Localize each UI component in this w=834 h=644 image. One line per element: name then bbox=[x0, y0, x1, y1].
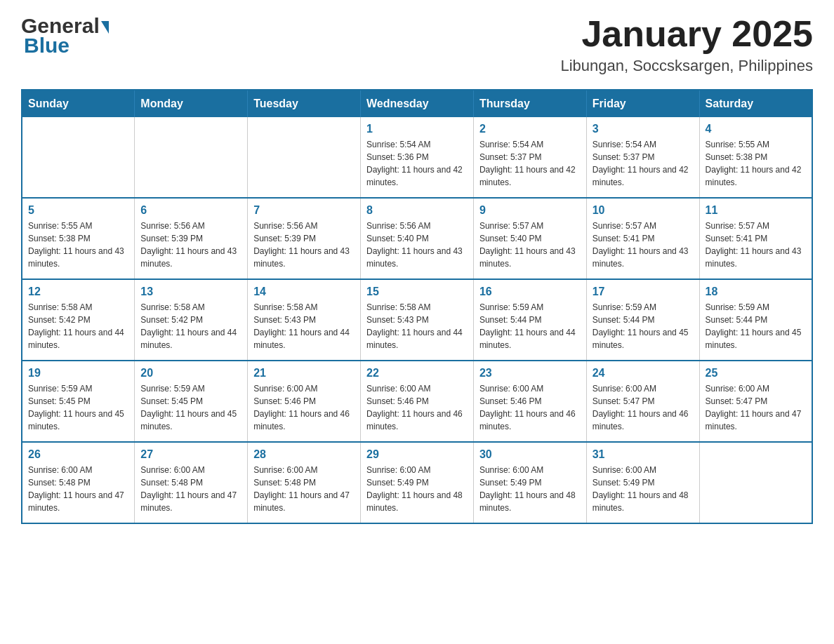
day-info: Sunrise: 5:57 AM Sunset: 5:40 PM Dayligh… bbox=[479, 220, 581, 270]
calendar-cell: 4Sunrise: 5:55 AM Sunset: 5:38 PM Daylig… bbox=[699, 117, 812, 198]
day-number: 5 bbox=[28, 204, 128, 217]
weekday-header-monday: Monday bbox=[135, 90, 248, 117]
title-section: January 2025 Libungan, Soccsksargen, Phi… bbox=[560, 14, 813, 75]
calendar-week-row: 5Sunrise: 5:55 AM Sunset: 5:38 PM Daylig… bbox=[22, 198, 812, 279]
calendar-cell: 17Sunrise: 5:59 AM Sunset: 5:44 PM Dayli… bbox=[586, 279, 699, 361]
calendar-cell bbox=[22, 117, 135, 198]
day-info: Sunrise: 5:58 AM Sunset: 5:42 PM Dayligh… bbox=[28, 301, 128, 351]
day-info: Sunrise: 6:00 AM Sunset: 5:47 PM Dayligh… bbox=[593, 382, 694, 433]
day-number: 22 bbox=[366, 367, 468, 380]
calendar-cell: 21Sunrise: 6:00 AM Sunset: 5:46 PM Dayli… bbox=[248, 361, 361, 442]
logo-triangle-icon bbox=[101, 21, 109, 34]
day-number: 25 bbox=[706, 367, 806, 380]
day-info: Sunrise: 5:59 AM Sunset: 5:44 PM Dayligh… bbox=[706, 301, 806, 351]
day-number: 29 bbox=[366, 448, 468, 461]
day-info: Sunrise: 6:00 AM Sunset: 5:49 PM Dayligh… bbox=[366, 464, 468, 514]
calendar-cell: 13Sunrise: 5:58 AM Sunset: 5:42 PM Dayli… bbox=[135, 279, 248, 361]
day-info: Sunrise: 6:00 AM Sunset: 5:47 PM Dayligh… bbox=[706, 382, 806, 433]
weekday-header-saturday: Saturday bbox=[699, 90, 812, 117]
day-info: Sunrise: 5:58 AM Sunset: 5:43 PM Dayligh… bbox=[253, 301, 355, 351]
calendar-cell: 26Sunrise: 6:00 AM Sunset: 5:48 PM Dayli… bbox=[22, 442, 135, 523]
day-number: 6 bbox=[140, 204, 241, 217]
day-info: Sunrise: 5:54 AM Sunset: 5:36 PM Dayligh… bbox=[366, 138, 468, 189]
day-info: Sunrise: 5:57 AM Sunset: 5:41 PM Dayligh… bbox=[593, 220, 694, 270]
calendar-cell: 14Sunrise: 5:58 AM Sunset: 5:43 PM Dayli… bbox=[248, 279, 361, 361]
calendar-cell: 3Sunrise: 5:54 AM Sunset: 5:37 PM Daylig… bbox=[586, 117, 699, 198]
day-info: Sunrise: 5:59 AM Sunset: 5:44 PM Dayligh… bbox=[479, 301, 581, 351]
day-number: 19 bbox=[28, 367, 128, 380]
calendar-cell: 9Sunrise: 5:57 AM Sunset: 5:40 PM Daylig… bbox=[473, 198, 586, 279]
day-number: 30 bbox=[479, 448, 581, 461]
day-number: 4 bbox=[706, 123, 806, 135]
page-header: General Blue January 2025 Libungan, Socc… bbox=[21, 14, 813, 75]
location-subtitle: Libungan, Soccsksargen, Philippines bbox=[560, 57, 813, 75]
calendar-cell: 25Sunrise: 6:00 AM Sunset: 5:47 PM Dayli… bbox=[699, 361, 812, 442]
weekday-header-sunday: Sunday bbox=[22, 90, 135, 117]
calendar-week-row: 1Sunrise: 5:54 AM Sunset: 5:36 PM Daylig… bbox=[22, 117, 812, 198]
weekday-header-row: SundayMondayTuesdayWednesdayThursdayFrid… bbox=[22, 90, 812, 117]
calendar-cell: 28Sunrise: 6:00 AM Sunset: 5:48 PM Dayli… bbox=[248, 442, 361, 523]
calendar-cell bbox=[135, 117, 248, 198]
day-number: 9 bbox=[479, 204, 581, 217]
day-number: 27 bbox=[140, 448, 241, 461]
day-info: Sunrise: 5:59 AM Sunset: 5:44 PM Dayligh… bbox=[593, 301, 694, 351]
calendar-cell: 8Sunrise: 5:56 AM Sunset: 5:40 PM Daylig… bbox=[361, 198, 474, 279]
calendar-cell: 30Sunrise: 6:00 AM Sunset: 5:49 PM Dayli… bbox=[473, 442, 586, 523]
day-info: Sunrise: 5:58 AM Sunset: 5:42 PM Dayligh… bbox=[140, 301, 241, 351]
calendar-cell: 1Sunrise: 5:54 AM Sunset: 5:36 PM Daylig… bbox=[361, 117, 474, 198]
day-number: 24 bbox=[593, 367, 694, 380]
calendar-cell: 2Sunrise: 5:54 AM Sunset: 5:37 PM Daylig… bbox=[473, 117, 586, 198]
day-info: Sunrise: 5:59 AM Sunset: 5:45 PM Dayligh… bbox=[28, 382, 128, 433]
day-info: Sunrise: 5:59 AM Sunset: 5:45 PM Dayligh… bbox=[140, 382, 241, 433]
day-number: 21 bbox=[253, 367, 355, 380]
day-info: Sunrise: 6:00 AM Sunset: 5:48 PM Dayligh… bbox=[140, 464, 241, 514]
calendar-cell bbox=[248, 117, 361, 198]
day-number: 11 bbox=[706, 204, 806, 217]
day-info: Sunrise: 6:00 AM Sunset: 5:48 PM Dayligh… bbox=[28, 464, 128, 514]
calendar-cell: 19Sunrise: 5:59 AM Sunset: 5:45 PM Dayli… bbox=[22, 361, 135, 442]
day-info: Sunrise: 5:56 AM Sunset: 5:39 PM Dayligh… bbox=[253, 220, 355, 270]
calendar-cell: 5Sunrise: 5:55 AM Sunset: 5:38 PM Daylig… bbox=[22, 198, 135, 279]
day-number: 14 bbox=[253, 286, 355, 298]
logo-blue-text: Blue bbox=[24, 34, 70, 58]
weekday-header-wednesday: Wednesday bbox=[361, 90, 474, 117]
weekday-header-tuesday: Tuesday bbox=[248, 90, 361, 117]
calendar-cell: 18Sunrise: 5:59 AM Sunset: 5:44 PM Dayli… bbox=[699, 279, 812, 361]
calendar-cell: 29Sunrise: 6:00 AM Sunset: 5:49 PM Dayli… bbox=[361, 442, 474, 523]
day-number: 15 bbox=[366, 286, 468, 298]
day-info: Sunrise: 5:58 AM Sunset: 5:43 PM Dayligh… bbox=[366, 301, 468, 351]
calendar-cell: 22Sunrise: 6:00 AM Sunset: 5:46 PM Dayli… bbox=[361, 361, 474, 442]
calendar-cell: 11Sunrise: 5:57 AM Sunset: 5:41 PM Dayli… bbox=[699, 198, 812, 279]
calendar-table: SundayMondayTuesdayWednesdayThursdayFrid… bbox=[21, 89, 813, 524]
day-number: 28 bbox=[253, 448, 355, 461]
day-info: Sunrise: 5:56 AM Sunset: 5:39 PM Dayligh… bbox=[140, 220, 241, 270]
calendar-cell: 24Sunrise: 6:00 AM Sunset: 5:47 PM Dayli… bbox=[586, 361, 699, 442]
day-number: 2 bbox=[479, 123, 581, 135]
day-number: 12 bbox=[28, 286, 128, 298]
calendar-cell: 16Sunrise: 5:59 AM Sunset: 5:44 PM Dayli… bbox=[473, 279, 586, 361]
day-number: 20 bbox=[140, 367, 241, 380]
calendar-cell: 23Sunrise: 6:00 AM Sunset: 5:46 PM Dayli… bbox=[473, 361, 586, 442]
calendar-cell: 10Sunrise: 5:57 AM Sunset: 5:41 PM Dayli… bbox=[586, 198, 699, 279]
day-number: 16 bbox=[479, 286, 581, 298]
day-number: 1 bbox=[366, 123, 468, 135]
day-number: 26 bbox=[28, 448, 128, 461]
day-number: 31 bbox=[593, 448, 694, 461]
day-info: Sunrise: 5:57 AM Sunset: 5:41 PM Dayligh… bbox=[706, 220, 806, 270]
month-year-title: January 2025 bbox=[560, 14, 813, 54]
day-info: Sunrise: 5:55 AM Sunset: 5:38 PM Dayligh… bbox=[706, 138, 806, 189]
day-number: 13 bbox=[140, 286, 241, 298]
day-number: 10 bbox=[593, 204, 694, 217]
weekday-header-thursday: Thursday bbox=[473, 90, 586, 117]
day-number: 23 bbox=[479, 367, 581, 380]
day-number: 7 bbox=[253, 204, 355, 217]
day-info: Sunrise: 6:00 AM Sunset: 5:46 PM Dayligh… bbox=[479, 382, 581, 433]
calendar-week-row: 19Sunrise: 5:59 AM Sunset: 5:45 PM Dayli… bbox=[22, 361, 812, 442]
day-info: Sunrise: 5:55 AM Sunset: 5:38 PM Dayligh… bbox=[28, 220, 128, 270]
day-number: 17 bbox=[593, 286, 694, 298]
calendar-cell: 27Sunrise: 6:00 AM Sunset: 5:48 PM Dayli… bbox=[135, 442, 248, 523]
day-info: Sunrise: 6:00 AM Sunset: 5:46 PM Dayligh… bbox=[366, 382, 468, 433]
calendar-cell: 20Sunrise: 5:59 AM Sunset: 5:45 PM Dayli… bbox=[135, 361, 248, 442]
calendar-cell bbox=[699, 442, 812, 523]
calendar-cell: 6Sunrise: 5:56 AM Sunset: 5:39 PM Daylig… bbox=[135, 198, 248, 279]
